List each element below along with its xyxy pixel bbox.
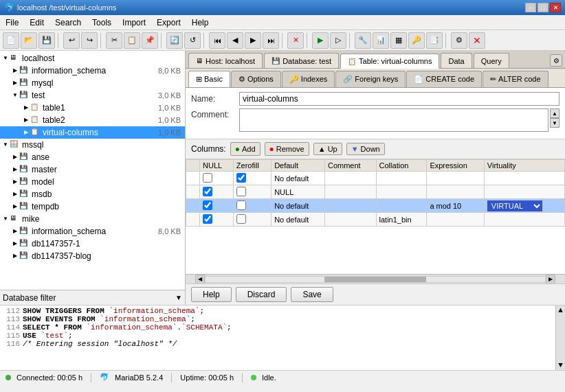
row3-null[interactable] — [200, 199, 234, 213]
tb-db-btn[interactable]: 🔧 — [355, 32, 371, 49]
tree-arrow-db1[interactable]: ▶ — [11, 240, 19, 248]
tree-arrow-info-schema-mike[interactable]: ▶ — [11, 227, 19, 235]
tree-localhost[interactable]: ▼ 🖥 localhost — [0, 52, 185, 65]
tree-db-blog[interactable]: ▶ 💾 db1147357-blog — [0, 250, 185, 262]
menu-file[interactable]: File — [0, 16, 24, 29]
menu-export[interactable]: Export — [151, 16, 186, 29]
hscroll-track[interactable] — [205, 276, 546, 283]
tree-arrow-db-blog[interactable]: ▶ — [11, 252, 19, 260]
remove-column-button[interactable]: ● Remove — [265, 142, 309, 156]
tree-model[interactable]: ▶ 💾 model — [0, 176, 185, 188]
ctab-create[interactable]: 📄 CREATE code — [406, 71, 482, 87]
ctab-basic[interactable]: ⊞ Basic — [188, 71, 230, 87]
db-filter-dropdown[interactable]: ▼ — [175, 294, 182, 301]
tree-master[interactable]: ▶ 💾 master — [0, 163, 185, 176]
tb-play2-btn[interactable]: ▷ — [330, 32, 346, 49]
virtuality-select[interactable]: VIRTUAL PERSISTENT — [487, 200, 542, 211]
tab-database[interactable]: 💾 Database: test — [264, 53, 339, 68]
tree-mysql[interactable]: ▶ 💾 mysql — [0, 77, 185, 89]
row1-zerofill[interactable] — [233, 172, 271, 185]
menu-edit[interactable]: Edit — [24, 16, 49, 29]
tree-arrow-test[interactable]: ▼ — [11, 91, 19, 100]
tb-paste-btn[interactable]: 📌 — [142, 32, 158, 49]
row3-zerofill[interactable] — [233, 199, 271, 213]
row1-null[interactable] — [200, 172, 234, 185]
tree-virtual-columns[interactable]: ▶ 📋 virtual-columns 1,0 KB — [0, 126, 185, 139]
tb-refresh-btn[interactable]: 🔄 — [166, 32, 183, 49]
tree-table2[interactable]: ▶ 📋 table2 1,0 KB — [0, 114, 185, 126]
row3-virtuality[interactable]: VIRTUAL PERSISTENT — [484, 199, 564, 213]
tree-arrow-virt[interactable]: ▶ — [22, 128, 30, 137]
row1-null-check[interactable] — [203, 173, 212, 183]
ctab-options[interactable]: ⚙ Options — [231, 71, 281, 87]
tree-arrow-mike[interactable]: ▼ — [1, 215, 10, 223]
tb-new-btn[interactable]: 📄 — [3, 32, 19, 49]
log-scroll-down[interactable]: ▼ — [557, 360, 564, 370]
add-column-button[interactable]: ● Add — [230, 142, 261, 156]
tb-refresh2-btn[interactable]: ↺ — [184, 32, 201, 49]
tree-info-schema-mike[interactable]: ▶ 💾 information_schema 8,0 KB — [0, 225, 185, 238]
row4-null[interactable] — [200, 213, 234, 227]
tree-mike[interactable]: ▼ 🖥 mike — [0, 213, 185, 225]
tb-table-btn[interactable]: 📊 — [373, 32, 389, 49]
tab-settings-btn[interactable]: ⚙ — [550, 54, 562, 67]
tree-arrow-localhost[interactable]: ▼ — [1, 54, 10, 62]
help-button[interactable]: Help — [191, 287, 232, 302]
ctab-foreign[interactable]: 🔗 Foreign keys — [335, 71, 406, 87]
tab-table[interactable]: 📋 Table: virtual-columns — [340, 54, 439, 69]
tree-arrow-msdb[interactable]: ▶ — [11, 190, 19, 198]
row2-null[interactable] — [200, 185, 234, 199]
hscroll-left[interactable]: ◀ — [195, 275, 205, 284]
tree-arrow-table1[interactable]: ▶ — [22, 104, 30, 112]
comment-scroll-down[interactable]: ▼ — [550, 118, 560, 128]
row2-zerofill[interactable] — [233, 185, 271, 199]
tree-arrow-tempdb[interactable]: ▶ — [11, 203, 19, 211]
db-filter[interactable]: Database filter ▼ — [0, 290, 185, 305]
tree-arrow-mysql[interactable]: ▶ — [11, 79, 19, 87]
tb-prev-btn[interactable]: ◀ — [227, 32, 243, 49]
tree-tempdb[interactable]: ▶ 💾 tempdb — [0, 200, 185, 213]
tb-copy-btn[interactable]: 📋 — [124, 32, 140, 49]
log-scrollbar[interactable]: ▲ ▼ — [555, 305, 565, 370]
menu-tools[interactable]: Tools — [87, 16, 117, 29]
tb-next-btn[interactable]: ▶ — [245, 32, 261, 49]
discard-button[interactable]: Discard — [236, 287, 287, 302]
menu-import[interactable]: Import — [117, 16, 151, 29]
hscroll-right[interactable]: ▶ — [546, 275, 555, 284]
tree-arrow-master[interactable]: ▶ — [11, 165, 19, 174]
tb-play-btn[interactable]: ▶ — [312, 32, 329, 49]
row3-zerofill-check[interactable] — [236, 200, 246, 210]
tb-open-btn[interactable]: 📂 — [21, 32, 37, 49]
tb-undo-btn[interactable]: ↩ — [63, 32, 80, 49]
tb-settings-btn[interactable]: ⚙ — [451, 32, 467, 49]
tree-information-schema[interactable]: ▶ 💾 information_schema 8,0 KB — [0, 65, 185, 77]
comment-scroll-up[interactable]: ▲ — [550, 108, 560, 118]
down-column-button[interactable]: ▼ Down — [346, 143, 385, 155]
tree-arrow-mssql[interactable]: ▼ — [1, 141, 10, 149]
comment-textarea[interactable] — [239, 108, 549, 132]
tree-test[interactable]: ▼ 💾 test 3,0 KB — [0, 89, 185, 102]
tb-redo-btn[interactable]: ↪ — [81, 32, 98, 49]
row1-zerofill-check[interactable] — [236, 173, 246, 183]
maximize-button[interactable]: □ — [538, 3, 549, 12]
tb-key-btn[interactable]: 🔑 — [408, 32, 425, 49]
minimize-button[interactable]: ─ — [525, 3, 536, 12]
tree-msdb[interactable]: ▶ 💾 msdb — [0, 188, 185, 200]
tree-arrow-table2[interactable]: ▶ — [22, 116, 30, 124]
tb-close-all-btn[interactable]: ✕ — [469, 32, 485, 49]
tb-save-btn[interactable]: 💾 — [38, 32, 55, 49]
horizontal-scrollbar[interactable]: ◀ ▶ — [186, 274, 565, 284]
tb-stop-btn[interactable]: ✕ — [287, 32, 304, 49]
row3-null-check[interactable] — [203, 200, 212, 210]
tree-arrow-model[interactable]: ▶ — [11, 178, 19, 186]
tree-arrow-info-schema[interactable]: ▶ — [11, 67, 19, 75]
tree-db1[interactable]: ▶ 💾 db1147357-1 — [0, 238, 185, 250]
tree-anse[interactable]: ▶ 💾 anse — [0, 151, 185, 163]
log-scroll-up[interactable]: ▲ — [557, 305, 564, 315]
row4-zerofill-check[interactable] — [236, 214, 246, 224]
tab-query[interactable]: Query — [474, 53, 509, 68]
tree-table1[interactable]: ▶ 📋 table1 1,0 KB — [0, 102, 185, 114]
row2-null-check[interactable] — [203, 187, 212, 196]
close-button[interactable]: ✕ — [550, 3, 561, 12]
menu-help[interactable]: Help — [186, 16, 214, 29]
